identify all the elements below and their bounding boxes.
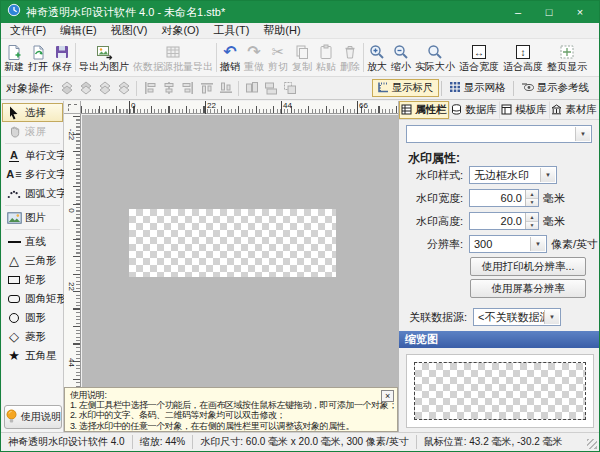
tool-select[interactable]: 选择 [2, 103, 63, 122]
tab-label: 素材库 [565, 103, 597, 117]
toolbar-label: 粘贴 [316, 61, 336, 72]
tab-properties[interactable]: 属性栏 [399, 101, 449, 119]
stepper-buttons[interactable] [525, 190, 538, 206]
align-center-icon [160, 80, 177, 97]
whole-page-icon [559, 43, 575, 61]
toggle-separator [441, 81, 442, 96]
help-button[interactable]: 使用说明 [4, 405, 62, 429]
delete-icon [342, 43, 358, 61]
watermark-area[interactable] [129, 209, 336, 277]
menu-file[interactable]: 文件(F) [3, 23, 53, 38]
show-grid-toggle[interactable]: 显示网格 [444, 79, 511, 97]
toolbar-label: 复制 [292, 61, 312, 72]
chevron-down-icon[interactable] [544, 310, 559, 324]
tool-star[interactable]: 五角星 [2, 346, 63, 365]
resize-grip[interactable] [587, 439, 597, 449]
rectangle-icon [6, 276, 22, 284]
new-file-icon [6, 43, 22, 61]
instructions-line: 2. 水印中的文字、条码、二维码等对象均可以双击修改； [70, 410, 392, 420]
tab-materials[interactable]: 素材库 [549, 101, 599, 119]
step-down-icon[interactable] [526, 198, 538, 207]
paste-icon [318, 43, 334, 61]
star-icon [6, 349, 22, 362]
fit-width-button[interactable]: ↔适合宽度 [457, 39, 501, 76]
fit-height-button[interactable]: ↕适合高度 [501, 39, 545, 76]
menu-help[interactable]: 帮助(H) [256, 23, 307, 38]
new-button[interactable]: 新建 [2, 39, 26, 76]
step-up-icon[interactable] [526, 190, 538, 198]
width-label: 水印宽度: [399, 191, 463, 206]
step-down-icon[interactable] [526, 221, 538, 230]
resolution-label: 分辨率: [399, 237, 463, 252]
chevron-down-icon[interactable] [540, 168, 555, 182]
tool-triangle[interactable]: 三角形 [2, 251, 63, 270]
thumbnail-header: 缩览图 [399, 331, 599, 348]
chevron-down-icon[interactable] [530, 237, 545, 251]
status-zoom: 缩放: 44% [132, 435, 193, 449]
open-button[interactable]: 打开 [26, 39, 50, 76]
tool-label: 多行文字 [25, 168, 67, 182]
toolbar-label: 删除 [340, 61, 360, 72]
minimize-button[interactable]: – [505, 1, 531, 23]
menu-view[interactable]: 视图(V) [104, 23, 155, 38]
toolbar-separator [216, 43, 217, 72]
resolution-value: 300 [474, 238, 492, 250]
tool-label: 菱形 [25, 330, 46, 344]
tool-label: 单行文字 [25, 149, 67, 163]
menu-tools[interactable]: 工具(T) [206, 23, 256, 38]
menu-object[interactable]: 对象(O) [154, 23, 206, 38]
show-ruler-toggle[interactable]: 显示标尺 [372, 79, 439, 97]
instructions-line: 1. 左侧工具栏中选择一个功能后，在画布区域按住鼠标左键拖动，即可添加一个对象； [70, 400, 392, 410]
export-image-button[interactable]: 导出为图片 [77, 39, 131, 76]
align-top-icon [198, 80, 215, 97]
whole-page-button[interactable]: 整页显示 [545, 39, 589, 76]
tool-multi-text[interactable]: 多行文字 [2, 165, 63, 184]
single-text-icon [6, 150, 22, 162]
tool-picture[interactable]: 图片 [2, 208, 63, 227]
tool-label: 选择 [25, 106, 46, 120]
height-stepper[interactable]: 20.0 [469, 212, 539, 230]
tool-diamond[interactable]: 菱形 [2, 327, 63, 346]
chevron-down-icon[interactable] [575, 127, 590, 141]
window-title: 神奇透明水印设计软件 4.0 - 未命名1.stb* [26, 5, 500, 20]
fit-height-icon: ↕ [516, 43, 530, 61]
actual-size-button[interactable]: 实际大小 [413, 39, 457, 76]
datasource-select[interactable]: <不关联数据源> [473, 308, 561, 326]
menu-edit[interactable]: 编辑(E) [53, 23, 104, 38]
tool-circle[interactable]: 圆形 [2, 308, 63, 327]
cut-icon: ✂ [272, 43, 285, 61]
save-button[interactable]: 保存 [50, 39, 74, 76]
maximize-button[interactable]: □ [536, 1, 562, 23]
redo-button: ↷重做 [242, 39, 266, 76]
show-guides-toggle[interactable]: 显示参考线 [516, 79, 595, 97]
use-screen-resolution-button[interactable]: 使用屏幕分辨率 [470, 279, 586, 298]
width-stepper[interactable]: 60.0 [469, 189, 539, 207]
resolution-select[interactable]: 300 [469, 235, 547, 253]
open-file-icon [30, 43, 46, 61]
use-printer-resolution-button[interactable]: 使用打印机分辨率... [470, 257, 586, 276]
menubar: 文件(F) 编辑(E) 视图(V) 对象(O) 工具(T) 帮助(H) [1, 23, 599, 39]
zoom-in-button[interactable]: 放大 [365, 39, 389, 76]
tool-arc-text[interactable]: 圆弧文字 [2, 184, 63, 203]
send-backward-icon [115, 80, 132, 97]
tool-rounded-rectangle[interactable]: 圆角矩形 [2, 289, 63, 308]
tab-templates[interactable]: 模板库 [499, 101, 549, 119]
stepper-buttons[interactable] [525, 213, 538, 229]
step-up-icon[interactable] [526, 213, 538, 221]
tool-single-text[interactable]: 单行文字 [2, 146, 63, 165]
zoom-out-button[interactable]: 缩小 [389, 39, 413, 76]
hand-icon [6, 125, 22, 138]
undo-button[interactable]: ↶撤销 [218, 39, 242, 76]
close-button[interactable]: × [567, 1, 593, 23]
style-label: 水印样式: [399, 168, 463, 183]
tool-rectangle[interactable]: 矩形 [2, 270, 63, 289]
canvas[interactable] [82, 115, 398, 432]
ruler-mark: 44 [67, 356, 76, 370]
tool-line[interactable]: 直线 [2, 232, 63, 251]
width-row: 水印宽度: 60.0 毫米 [399, 188, 599, 208]
object-selector-dropdown[interactable] [406, 125, 592, 143]
close-icon[interactable] [381, 390, 394, 402]
tool-label: 图片 [25, 211, 46, 225]
style-select[interactable]: 无边框水印 [469, 166, 557, 184]
tab-database[interactable]: 数据库 [449, 101, 499, 119]
